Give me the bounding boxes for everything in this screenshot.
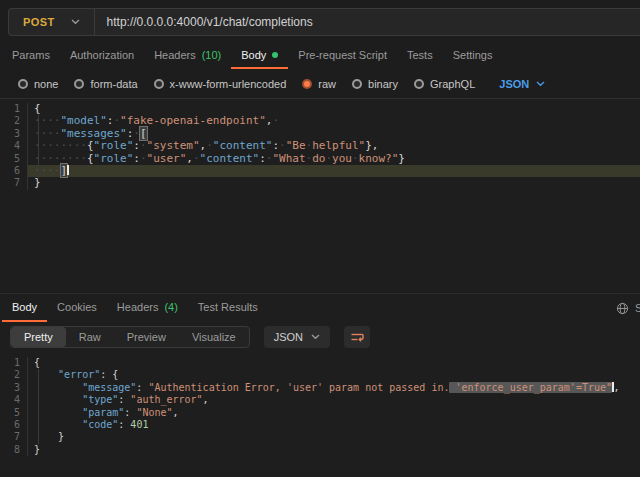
method-label: POST xyxy=(23,16,55,28)
code-line[interactable]: 5 "param": "None", xyxy=(0,407,640,419)
view-visualize[interactable]: Visualize xyxy=(179,327,249,347)
request-body-editor[interactable]: 1{2····"model":·"fake-openai-endpoint",·… xyxy=(0,99,640,293)
tab-label: Body xyxy=(241,49,266,61)
code-token: } xyxy=(58,431,64,442)
code-line[interactable]: 6 "code": 401 xyxy=(0,419,640,431)
wrap-lines-button[interactable] xyxy=(344,326,370,348)
tab-test-results[interactable]: Test Results xyxy=(188,294,268,322)
body-type-options: none form-data x-www-form-urlencoded raw… xyxy=(0,69,640,99)
line-number: 4 xyxy=(0,394,28,406)
code-token: { xyxy=(34,357,40,368)
method-selector[interactable]: POST xyxy=(9,9,94,35)
url-input[interactable]: http://0.0.0.0:4000/v1/chat/completions xyxy=(95,15,313,29)
response-tabs: Body Cookies Headers(4) Test Results S xyxy=(0,294,640,322)
view-label: Preview xyxy=(127,331,166,343)
tab-authorization[interactable]: Authorization xyxy=(60,43,144,69)
code-token: "role" xyxy=(94,152,134,165)
tab-label: Test Results xyxy=(198,301,258,313)
tab-label: Headers xyxy=(117,301,159,313)
code-line[interactable]: 7} xyxy=(0,177,640,189)
view-label: Raw xyxy=(79,331,101,343)
line-number: 3 xyxy=(0,128,28,140)
view-raw[interactable]: Raw xyxy=(66,327,114,347)
tab-label: Cookies xyxy=(57,301,97,313)
tab-response-cookies[interactable]: Cookies xyxy=(47,294,107,322)
code-line[interactable]: 5········{"role":·"user",·"content":·"Wh… xyxy=(0,153,640,165)
radio-none[interactable]: none xyxy=(18,78,58,90)
radio-label: none xyxy=(34,78,58,90)
code-line[interactable]: 2 "error": { xyxy=(0,369,640,381)
radio-x-www-form-urlencoded[interactable]: x-www-form-urlencoded xyxy=(154,78,287,90)
response-format-select[interactable]: JSON xyxy=(264,326,330,348)
radio-raw[interactable]: raw xyxy=(302,78,336,90)
line-number: 7 xyxy=(0,431,28,443)
code-token: · xyxy=(133,127,140,140)
code-token: "message" xyxy=(82,382,136,393)
code-line[interactable]: 7 } xyxy=(0,431,640,443)
radio-label: binary xyxy=(368,78,398,90)
code-token: "user" xyxy=(147,152,187,165)
radio-icon xyxy=(352,79,362,89)
code-token xyxy=(34,394,82,405)
radio-icon xyxy=(18,79,28,89)
tab-response-headers[interactable]: Headers(4) xyxy=(107,294,188,322)
code-token: { xyxy=(87,139,94,152)
radio-icon xyxy=(154,79,164,89)
code-token: ···· xyxy=(34,127,61,140)
code-token: { xyxy=(87,152,94,165)
code-line[interactable]: 6····] xyxy=(0,165,640,177)
tab-body[interactable]: Body xyxy=(231,43,288,69)
code-line[interactable]: 4 "type": "auth_error", xyxy=(0,394,640,406)
code-token: , xyxy=(186,152,193,165)
radio-graphql[interactable]: GraphQL xyxy=(414,78,475,90)
tab-label: Pre-request Script xyxy=(298,49,387,61)
tab-tests[interactable]: Tests xyxy=(397,43,443,69)
request-url-bar: POST http://0.0.0.0:4000/v1/chat/complet… xyxy=(8,8,640,36)
code-token: "fake-openai-endpoint" xyxy=(120,114,266,127)
chevron-down-icon xyxy=(71,19,80,25)
view-pretty[interactable]: Pretty xyxy=(11,327,66,347)
code-token: ···· xyxy=(34,114,61,127)
code-token xyxy=(34,369,58,380)
code-token: "What xyxy=(272,152,305,165)
code-token: 'enforce_user_param'=True" xyxy=(449,382,612,393)
tab-headers[interactable]: Headers(10) xyxy=(144,43,231,69)
code-line[interactable]: 1{ xyxy=(0,357,640,369)
view-preview[interactable]: Preview xyxy=(114,327,179,347)
code-token: } xyxy=(34,176,41,189)
response-body-editor[interactable]: 1{2 "error": {3 "message": "Authenticati… xyxy=(0,352,640,477)
code-token xyxy=(34,382,82,393)
line-number: 5 xyxy=(0,153,28,165)
line-number: 4 xyxy=(0,140,28,152)
radio-label: form-data xyxy=(90,78,137,90)
body-modified-dot xyxy=(272,52,278,58)
code-token: "role" xyxy=(94,139,134,152)
globe-icon[interactable] xyxy=(616,302,629,315)
code-token: }, xyxy=(365,139,378,152)
line-number: 2 xyxy=(0,369,28,381)
tab-response-body[interactable]: Body xyxy=(2,294,47,322)
code-token xyxy=(34,407,82,418)
response-section: Body Cookies Headers(4) Test Results S P… xyxy=(0,293,640,477)
tab-settings[interactable]: Settings xyxy=(443,43,503,69)
radio-form-data[interactable]: form-data xyxy=(74,78,137,90)
code-token: "auth_error" xyxy=(130,394,202,405)
radio-label: GraphQL xyxy=(430,78,475,90)
radio-icon-selected xyxy=(302,79,312,89)
code-line[interactable]: 8} xyxy=(0,444,640,456)
chevron-down-icon xyxy=(311,334,320,340)
code-token: 401 xyxy=(130,419,148,430)
code-token: "model" xyxy=(61,114,107,127)
code-token: : xyxy=(133,152,140,165)
tab-pre-request-script[interactable]: Pre-request Script xyxy=(288,43,397,69)
code-token xyxy=(34,419,82,430)
code-line[interactable]: 3 "message": "Authentication Error, 'use… xyxy=(0,382,640,394)
tab-params[interactable]: Params xyxy=(2,43,60,69)
radio-binary[interactable]: binary xyxy=(352,78,398,90)
code-token: { xyxy=(112,369,118,380)
code-token: know?" xyxy=(359,152,399,165)
code-token: "code" xyxy=(82,419,118,430)
body-format-select[interactable]: JSON xyxy=(499,78,545,90)
code-token: } xyxy=(34,444,40,455)
line-number: 6 xyxy=(0,419,28,431)
